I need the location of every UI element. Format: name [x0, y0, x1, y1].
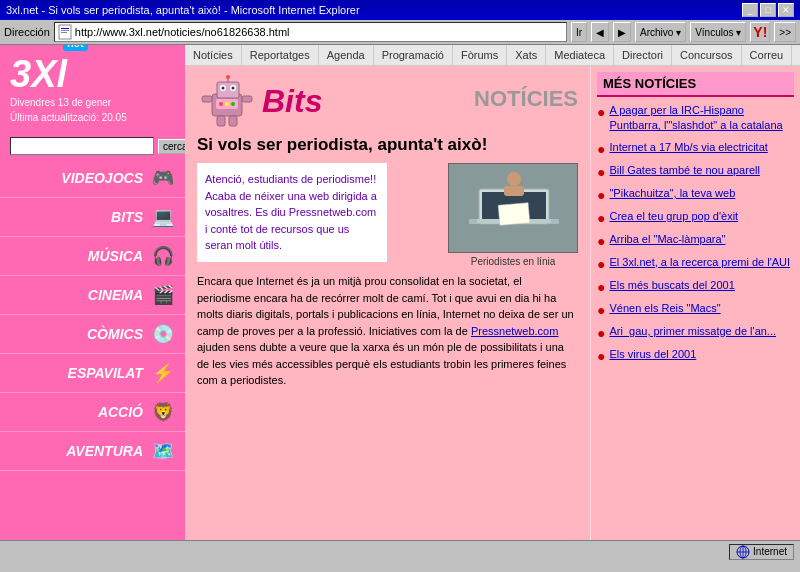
news-link-10[interactable]: Els virus del 2001 [609, 347, 696, 362]
svg-rect-13 [242, 96, 252, 102]
zone-label: Internet [753, 546, 787, 557]
news-link-8[interactable]: Vénen els Reis "Macs" [609, 301, 720, 316]
address-toolbar: Dirección Ir ◀ ▶ Archivo ▾ Vínculos ▾ Y!… [0, 20, 800, 45]
forward-button[interactable]: ▶ [613, 22, 631, 42]
nav-forums[interactable]: Fòrums [453, 45, 507, 65]
svg-point-9 [232, 87, 235, 90]
nav-agenda[interactable]: Agenda [319, 45, 374, 65]
nav-label-cinema: CINEMA [8, 287, 143, 303]
logo-net-badge: net [63, 45, 88, 51]
top-nav: Notícies Reportatges Agenda Programació … [185, 45, 800, 66]
svg-rect-12 [202, 96, 212, 102]
news-link-6[interactable]: El 3xl.net, a la recerca premi de l'AUI [609, 255, 790, 270]
news-item-5: ● Arriba el "Mac-làmpara" [597, 232, 794, 249]
nav-item-accio[interactable]: ACCIÓ 🦁 [0, 393, 185, 432]
nav-label-aventura: AVENTURA [8, 443, 143, 459]
nav-item-videojocs[interactable]: VIDEOJOCS 🎮 [0, 159, 185, 198]
nav-reportatges[interactable]: Reportatges [242, 45, 319, 65]
article-image-svg [449, 164, 578, 253]
content-body: Bits NOTÍCIES Si vols ser periodista, ap… [185, 66, 800, 540]
more-button[interactable]: >> [774, 22, 796, 42]
nav-usu[interactable]: Usu... [792, 45, 800, 65]
main-content: 3Xl net Divendres 13 de gener Última act… [0, 45, 800, 540]
news-bullet-7: ● [597, 279, 605, 295]
logo-date1: Divendres 13 de gener [10, 97, 175, 108]
yahoo-icon[interactable]: Y! [750, 22, 770, 42]
nav-xats[interactable]: Xats [507, 45, 546, 65]
nav-item-aventura[interactable]: AVENTURA 🗺️ [0, 432, 185, 471]
nav-directori[interactable]: Directori [614, 45, 672, 65]
archivo-button[interactable]: Archivo ▾ [635, 22, 686, 42]
svg-rect-26 [500, 205, 527, 223]
nav-concursos[interactable]: Concursos [672, 45, 742, 65]
nav-item-cinema[interactable]: CINEMA 🎬 [0, 276, 185, 315]
news-item-7: ● Els més buscats del 2001 [597, 278, 794, 295]
bits-icon: 💻 [149, 203, 177, 231]
svg-point-8 [222, 87, 225, 90]
article-image-placeholder [449, 164, 578, 253]
news-link-7[interactable]: Els més buscats del 2001 [609, 278, 734, 293]
news-bullet-4: ● [597, 210, 605, 226]
article-header: Bits NOTÍCIES [197, 74, 578, 129]
maximize-btn[interactable]: □ [760, 3, 776, 17]
svg-rect-28 [504, 186, 524, 196]
news-link-0[interactable]: A pagar per la IRC-Hispano Puntbarra, l'… [609, 103, 794, 134]
svg-rect-15 [229, 116, 237, 126]
nav-mediateca[interactable]: Mediateca [546, 45, 614, 65]
logo: 3Xl net [10, 55, 88, 93]
content-area: Notícies Reportatges Agenda Programació … [185, 45, 800, 540]
article-title: Si vols ser periodista, apunta't això! [197, 135, 578, 155]
news-link-1[interactable]: Internet a 17 Mb/s via electricitat [609, 140, 767, 155]
aventura-icon: 🗺️ [149, 437, 177, 465]
article-image-caption: Periodistes en línia [448, 256, 578, 267]
svg-point-27 [507, 172, 521, 186]
videojocs-icon: 🎮 [149, 164, 177, 192]
news-link-9[interactable]: Ari_gau, primer missatge de l'an... [609, 324, 776, 339]
search-input[interactable] [10, 137, 154, 155]
news-link-4[interactable]: Crea el teu grup pop d'èxit [609, 209, 738, 224]
nav-noticies[interactable]: Notícies [185, 45, 242, 65]
nav-correu[interactable]: Correu [742, 45, 793, 65]
vinculos-button[interactable]: Vínculos ▾ [690, 22, 746, 42]
news-bullet-2: ● [597, 164, 605, 180]
go-button[interactable]: Ir [571, 22, 587, 42]
news-bullet-8: ● [597, 302, 605, 318]
search-area: cercar [0, 133, 185, 159]
espavilat-icon: ⚡ [149, 359, 177, 387]
news-link-2[interactable]: Bill Gates també te nou aparell [609, 163, 759, 178]
nav-item-bits[interactable]: BITS 💻 [0, 198, 185, 237]
logo-area: 3Xl net Divendres 13 de gener Última act… [0, 45, 185, 133]
back-button[interactable]: ◀ [591, 22, 609, 42]
news-item-8: ● Vénen els Reis "Macs" [597, 301, 794, 318]
pressnetweb-link[interactable]: Pressnetweb.com [471, 325, 558, 337]
main-article: Bits NOTÍCIES Si vols ser periodista, ap… [185, 66, 590, 540]
globe-icon [736, 545, 750, 559]
news-bullet-9: ● [597, 325, 605, 341]
nav-item-musica[interactable]: MÚSICA 🎧 [0, 237, 185, 276]
bits-robot-image [197, 74, 262, 129]
svg-point-18 [225, 102, 229, 106]
address-bar[interactable] [54, 22, 567, 42]
svg-point-19 [231, 102, 235, 106]
search-button[interactable]: cercar [158, 139, 185, 154]
news-link-3[interactable]: "Pikachuitza", la teva web [609, 186, 735, 201]
cinema-icon: 🎬 [149, 281, 177, 309]
news-bullet-10: ● [597, 348, 605, 364]
page-icon [57, 24, 73, 40]
article-body-p1: Encara que Internet és ja un mitjà prou … [197, 273, 578, 389]
article-image-box [448, 163, 578, 253]
svg-rect-5 [217, 82, 239, 98]
bits-title: Bits [262, 83, 322, 120]
window-controls: _ □ ✕ [742, 3, 794, 17]
nav-item-comics[interactable]: CÒMICS 💿 [0, 315, 185, 354]
nav-programacio[interactable]: Programació [374, 45, 453, 65]
address-input[interactable] [75, 26, 564, 38]
nav-item-espavilat[interactable]: ESPAVILAT ⚡ [0, 354, 185, 393]
bits-logo: Bits [197, 74, 322, 129]
news-item-0: ● A pagar per la IRC-Hispano Puntbarra, … [597, 103, 794, 134]
close-btn[interactable]: ✕ [778, 3, 794, 17]
news-link-5[interactable]: Arriba el "Mac-làmpara" [609, 232, 725, 247]
minimize-btn[interactable]: _ [742, 3, 758, 17]
news-item-2: ● Bill Gates també te nou aparell [597, 163, 794, 180]
svg-point-17 [219, 102, 223, 106]
